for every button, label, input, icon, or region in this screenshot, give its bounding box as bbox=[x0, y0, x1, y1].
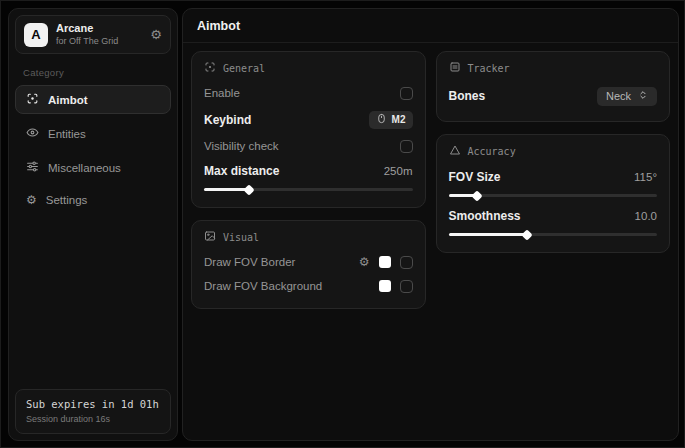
app-title: Arcane bbox=[56, 22, 118, 36]
card-title: Visual bbox=[223, 232, 259, 243]
target-box-icon bbox=[449, 61, 461, 75]
card-title: Accuracy bbox=[468, 146, 516, 157]
category-label: Category bbox=[23, 67, 163, 78]
sidebar-item-label: Settings bbox=[46, 194, 88, 206]
visibility-check-label: Visibility check bbox=[204, 140, 279, 152]
eye-icon bbox=[26, 126, 39, 141]
left-column: General Enable Keybind M2 bbox=[191, 51, 426, 309]
page-title: Aimbot bbox=[183, 9, 678, 43]
main-panel: Aimbot General Enable bbox=[182, 8, 679, 441]
draw-fov-border-controls: ⚙ bbox=[359, 256, 413, 269]
fov-border-color-swatch[interactable] bbox=[379, 256, 391, 268]
bones-row: Bones Neck bbox=[449, 81, 658, 111]
slider-fill bbox=[449, 194, 478, 197]
crosshair-icon bbox=[204, 61, 216, 75]
bones-label: Bones bbox=[449, 89, 486, 103]
sidebar-item-label: Miscellaneous bbox=[48, 162, 121, 174]
keybind-button[interactable]: M2 bbox=[369, 111, 413, 129]
card-tracker: Tracker Bones Neck bbox=[436, 51, 671, 122]
card-title: General bbox=[223, 63, 265, 74]
enable-checkbox[interactable] bbox=[400, 87, 413, 100]
sidebar-item-label: Aimbot bbox=[48, 94, 88, 106]
session-duration-text: Session duration 16s bbox=[26, 414, 160, 424]
max-distance-label: Max distance bbox=[204, 164, 279, 178]
sidebar-item-miscellaneous[interactable]: Miscellaneous bbox=[15, 153, 171, 182]
fov-size-slider[interactable] bbox=[449, 194, 658, 197]
slider-thumb[interactable] bbox=[521, 229, 532, 240]
card-accuracy-header: Accuracy bbox=[449, 144, 658, 158]
smoothness-slider[interactable] bbox=[449, 233, 658, 236]
draw-fov-background-checkbox[interactable] bbox=[400, 280, 413, 293]
slider-fill bbox=[204, 188, 250, 191]
image-icon bbox=[204, 230, 216, 244]
gear-icon: ⚙ bbox=[26, 194, 37, 206]
fov-size-label: FOV Size bbox=[449, 170, 501, 184]
app-logo: A bbox=[24, 23, 48, 47]
sliders-icon bbox=[26, 160, 39, 175]
fov-size-row: FOV Size 115° bbox=[449, 164, 658, 189]
right-column: Tracker Bones Neck bbox=[436, 51, 671, 253]
slider-fill bbox=[449, 233, 528, 236]
slider-thumb[interactable] bbox=[243, 184, 254, 195]
card-title: Tracker bbox=[468, 63, 510, 74]
slider-thumb[interactable] bbox=[471, 190, 482, 201]
sidebar-nav: Aimbot Entities Miscellaneous ⚙ Settings bbox=[9, 85, 177, 213]
fov-background-color-swatch[interactable] bbox=[379, 280, 391, 292]
card-general: General Enable Keybind M2 bbox=[191, 51, 426, 208]
draw-fov-border-checkbox[interactable] bbox=[400, 256, 413, 269]
smoothness-label: Smoothness bbox=[449, 209, 521, 223]
gear-icon[interactable]: ⚙ bbox=[150, 28, 162, 41]
sidebar-item-aimbot[interactable]: Aimbot bbox=[15, 85, 171, 114]
smoothness-row: Smoothness 10.0 bbox=[449, 203, 658, 228]
keybind-value: M2 bbox=[392, 114, 406, 125]
sidebar-item-settings[interactable]: ⚙ Settings bbox=[15, 187, 171, 213]
sidebar: A Arcane for Off The Grid ⚙ Category Aim… bbox=[8, 8, 178, 441]
mouse-icon bbox=[376, 113, 387, 126]
app-title-block: Arcane for Off The Grid bbox=[56, 22, 118, 47]
app-window: A Arcane for Off The Grid ⚙ Category Aim… bbox=[0, 0, 685, 448]
bones-selected-value: Neck bbox=[606, 90, 631, 102]
smoothness-value: 10.0 bbox=[635, 210, 657, 222]
max-distance-slider[interactable] bbox=[204, 188, 413, 191]
crosshair-icon bbox=[26, 92, 39, 107]
enable-label: Enable bbox=[204, 87, 240, 99]
visibility-check-checkbox[interactable] bbox=[400, 140, 413, 153]
card-general-header: General bbox=[204, 61, 413, 75]
chevrons-up-down-icon bbox=[638, 90, 648, 102]
subscription-panel: Sub expires in 1d 01h Session duration 1… bbox=[15, 389, 171, 434]
keybind-row: Keybind M2 bbox=[204, 105, 413, 134]
draw-fov-background-row: Draw FOV Background bbox=[204, 274, 413, 298]
gear-icon[interactable]: ⚙ bbox=[359, 256, 370, 268]
draw-fov-border-row: Draw FOV Border ⚙ bbox=[204, 250, 413, 274]
triangle-icon bbox=[449, 144, 461, 158]
card-visual-header: Visual bbox=[204, 230, 413, 244]
keybind-label: Keybind bbox=[204, 113, 251, 127]
app-header: A Arcane for Off The Grid ⚙ bbox=[15, 15, 171, 54]
bones-select[interactable]: Neck bbox=[597, 87, 657, 106]
draw-fov-border-label: Draw FOV Border bbox=[204, 256, 295, 268]
fov-size-value: 115° bbox=[634, 171, 657, 183]
card-tracker-header: Tracker bbox=[449, 61, 658, 75]
sidebar-item-entities[interactable]: Entities bbox=[15, 119, 171, 148]
sub-expires-text: Sub expires in 1d 01h bbox=[26, 398, 160, 410]
content-area: General Enable Keybind M2 bbox=[183, 43, 678, 317]
draw-fov-background-label: Draw FOV Background bbox=[204, 280, 322, 292]
draw-fov-background-controls bbox=[379, 280, 413, 293]
visibility-check-row: Visibility check bbox=[204, 134, 413, 158]
max-distance-value: 250m bbox=[384, 165, 413, 177]
sidebar-item-label: Entities bbox=[48, 128, 86, 140]
max-distance-row: Max distance 250m bbox=[204, 158, 413, 183]
enable-row: Enable bbox=[204, 81, 413, 105]
card-accuracy: Accuracy FOV Size 115° Smoothness 10.0 bbox=[436, 134, 671, 253]
card-visual: Visual Draw FOV Border ⚙ Draw FOV Backgr… bbox=[191, 220, 426, 309]
app-subtitle: for Off The Grid bbox=[56, 36, 118, 47]
